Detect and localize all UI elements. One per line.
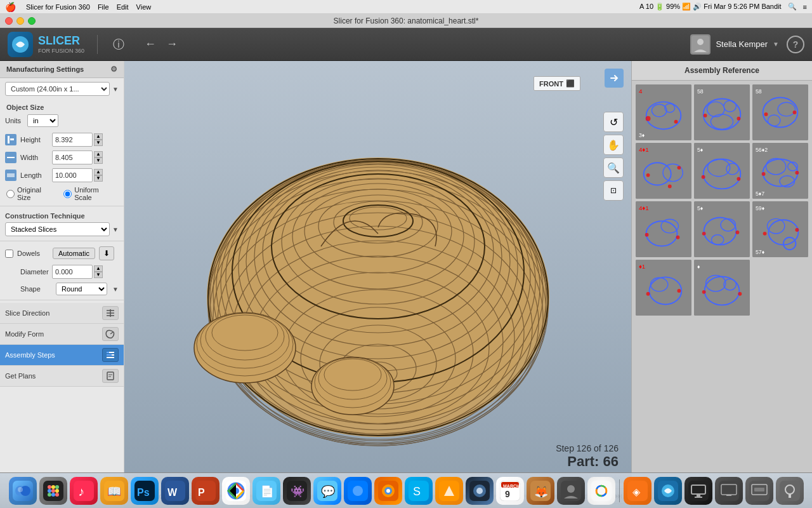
- dock-chrome-icon[interactable]: [222, 477, 250, 505]
- dock-skype-icon[interactable]: S: [405, 477, 433, 505]
- close-button[interactable]: [5, 17, 13, 25]
- navigate-button[interactable]: [605, 69, 624, 88]
- search-icon[interactable]: 🔍: [788, 3, 797, 11]
- assembly-thumb-2[interactable]: 58: [694, 84, 750, 140]
- help-button[interactable]: ?: [787, 36, 804, 53]
- units-row: Units in mm cm: [0, 112, 124, 131]
- menu-app[interactable]: Slicer for Fusion 360: [26, 3, 90, 11]
- assembly-thumb-10[interactable]: ♦1: [636, 260, 691, 316]
- assembly-thumb-9[interactable]: 59♦ 57♦: [752, 201, 808, 257]
- get-plans-icon[interactable]: [102, 369, 119, 383]
- shape-select[interactable]: Round Square: [56, 283, 107, 295]
- diameter-input[interactable]: [52, 265, 93, 279]
- dowels-download-button[interactable]: ⬇: [99, 246, 114, 260]
- width-down-button[interactable]: ▼: [94, 157, 103, 164]
- logo-subtitle: FOR FUSION 360: [38, 48, 84, 54]
- dock-bear-icon[interactable]: 🦊: [527, 477, 554, 505]
- zoom-tool-button[interactable]: 🔍: [603, 157, 624, 178]
- svg-point-71: [646, 116, 651, 121]
- minimize-button[interactable]: [16, 17, 24, 25]
- dock-monster-icon[interactable]: 👾: [283, 477, 311, 505]
- front-label: FRONT ⬛: [534, 76, 580, 91]
- svg-text:♦1: ♦1: [639, 263, 645, 270]
- dock-extra2-icon[interactable]: [745, 477, 773, 505]
- back-button[interactable]: ←: [142, 35, 159, 53]
- slice-direction-row[interactable]: Slice Direction: [0, 303, 124, 324]
- object-size-label: Object Size: [0, 100, 124, 112]
- assembly-steps-row[interactable]: Assembly Steps: [0, 345, 124, 366]
- dock-messages-icon[interactable]: 💬: [313, 477, 341, 505]
- dock-orange-icon[interactable]: [435, 477, 463, 505]
- assembly-thumb-11[interactable]: ♦: [694, 260, 750, 316]
- assembly-steps-icon[interactable]: [102, 348, 119, 362]
- length-up-button[interactable]: ▲: [94, 169, 103, 175]
- dock-slicer-icon[interactable]: [654, 477, 682, 505]
- units-select[interactable]: in mm cm: [27, 114, 58, 127]
- dock-finder-icon[interactable]: [9, 477, 37, 505]
- modify-form-icon[interactable]: [102, 327, 119, 341]
- dock-extra1-icon[interactable]: [715, 477, 743, 505]
- dowels-checkbox[interactable]: [5, 250, 13, 258]
- dock-extra3-icon[interactable]: [776, 477, 804, 505]
- dock-firefox-icon[interactable]: [374, 477, 402, 505]
- menu-list-icon[interactable]: ≡: [803, 3, 807, 11]
- maximize-button[interactable]: [28, 17, 36, 25]
- menu-edit[interactable]: Edit: [117, 3, 129, 11]
- dock-photos-icon[interactable]: [587, 477, 615, 505]
- dock-screen-icon[interactable]: [684, 477, 712, 505]
- length-input[interactable]: [52, 168, 93, 182]
- dock-portraits-icon[interactable]: [557, 477, 585, 505]
- width-input[interactable]: [52, 150, 93, 164]
- title-bar: Slicer for Fusion 360: anatomical_heart.…: [0, 14, 812, 28]
- height-up-button[interactable]: ▲: [94, 133, 103, 140]
- dock-separator: [619, 479, 620, 502]
- height-down-button[interactable]: ▼: [94, 140, 103, 146]
- dock-powerpoint-icon[interactable]: P: [192, 477, 219, 505]
- height-input[interactable]: [52, 133, 93, 147]
- assembly-thumb-8[interactable]: 5♦: [694, 201, 750, 257]
- assembly-thumb-5[interactable]: 5♦: [694, 143, 750, 199]
- original-size-radio[interactable]: [6, 190, 15, 198]
- dock-launchpad-icon[interactable]: [39, 477, 67, 505]
- dock-steam-icon[interactable]: [466, 477, 494, 505]
- slice-direction-icon[interactable]: [102, 306, 119, 320]
- svg-point-137: [678, 289, 681, 293]
- menu-view[interactable]: View: [136, 3, 152, 11]
- dock-fusion-icon[interactable]: ◈: [624, 477, 652, 505]
- user-dropdown-icon[interactable]: ▼: [773, 41, 779, 48]
- assembly-thumb-4[interactable]: 4♦1: [636, 143, 691, 199]
- rotate-tool-button[interactable]: ↺: [603, 112, 624, 132]
- uniform-scale-radio[interactable]: [63, 190, 72, 198]
- diameter-down-button[interactable]: ▼: [94, 272, 103, 278]
- pan-tool-button[interactable]: ✋: [603, 135, 624, 155]
- menu-file[interactable]: File: [98, 3, 109, 11]
- apple-menu[interactable]: 🍎: [5, 2, 16, 12]
- dock-music-icon[interactable]: ♪: [70, 477, 98, 505]
- dock-calendar-icon[interactable]: MARCH9: [496, 477, 524, 505]
- fit-tool-button[interactable]: ⊡: [603, 180, 624, 201]
- dock-files-icon[interactable]: 📄: [252, 477, 280, 505]
- settings-gear-icon[interactable]: ⚙: [110, 65, 117, 74]
- forward-button[interactable]: →: [164, 35, 180, 53]
- assembly-thumb-1[interactable]: 4 3♦: [636, 84, 691, 140]
- technique-select[interactable]: Stacked Slices Interlocked Slices Curve …: [5, 222, 110, 236]
- preset-select[interactable]: Custom (24.00in x 1...: [5, 82, 110, 96]
- cube-icon: ⬛: [566, 79, 575, 88]
- assembly-thumb-7[interactable]: 4♦1: [636, 201, 691, 257]
- dowels-auto-button[interactable]: Automatic: [53, 248, 95, 259]
- dock-word-icon[interactable]: W: [161, 477, 189, 505]
- svg-text:4: 4: [639, 88, 643, 95]
- get-plans-row[interactable]: Get Plans: [0, 366, 124, 387]
- app-toolbar: SLICER FOR FUSION 360 ⓘ ← → Stella Kempe…: [0, 28, 812, 61]
- assembly-thumb-6[interactable]: 56♦2 5♦7: [752, 143, 808, 199]
- width-up-button[interactable]: ▲: [94, 151, 103, 157]
- dock-photoshop-icon[interactable]: Ps: [131, 477, 159, 505]
- assembly-thumb-3[interactable]: 58: [752, 84, 808, 140]
- logo-slicer: SLICER: [38, 34, 84, 48]
- nav-info-button[interactable]: ⓘ: [110, 34, 127, 55]
- diameter-up-button[interactable]: ▲: [94, 265, 103, 272]
- dock-books-icon[interactable]: 📖: [100, 477, 128, 505]
- length-down-button[interactable]: ▼: [94, 175, 103, 182]
- modify-form-row[interactable]: Modify Form: [0, 324, 124, 345]
- dock-blue-icon[interactable]: [344, 477, 372, 505]
